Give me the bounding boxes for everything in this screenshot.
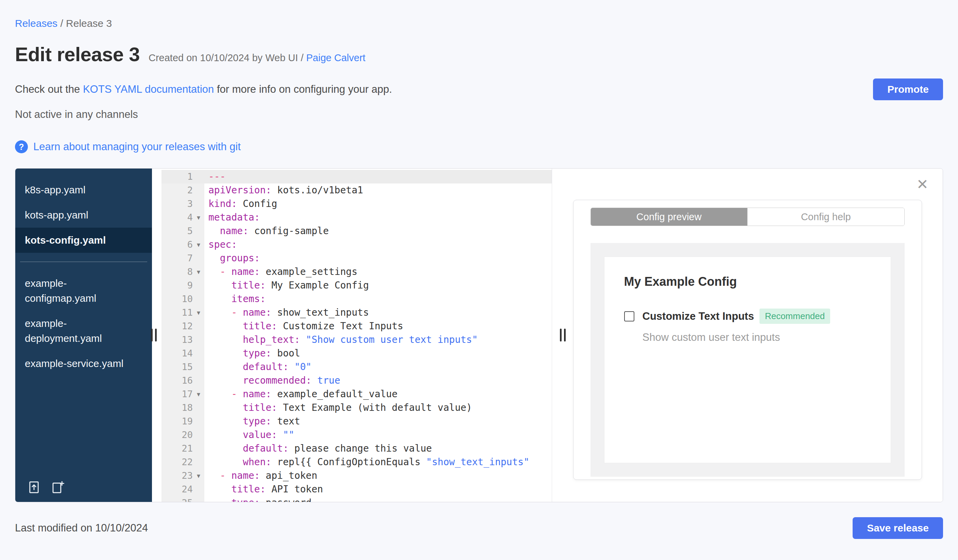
line-gutter: 21 [162, 442, 204, 456]
sidebar-item-example-deployment-yaml[interactable]: example-deployment.yaml [15, 311, 152, 351]
line-number: 17 [162, 388, 193, 401]
fold-icon[interactable]: ▾ [193, 238, 204, 252]
fold-spacer [193, 346, 204, 360]
code-text[interactable]: default: "0" [204, 360, 552, 374]
code-line: 23▾ - name: api_token [162, 469, 552, 482]
line-gutter: 6▾ [162, 238, 204, 252]
code-text[interactable]: type: bool [204, 346, 552, 360]
preview-resize-handle[interactable] [560, 329, 566, 342]
line-gutter: 2 [162, 184, 204, 197]
fold-spacer [193, 374, 204, 388]
code-text[interactable]: spec: [204, 238, 552, 252]
preview-tabs: Config preview Config help [590, 207, 905, 226]
code-line: 4▾metadata: [162, 211, 552, 224]
tab-config-preview[interactable]: Config preview [591, 208, 747, 226]
sidebar-item-example-service-yaml[interactable]: example-service.yaml [15, 351, 152, 376]
line-gutter: 4▾ [162, 211, 204, 224]
code-text[interactable]: - name: api_token [204, 469, 552, 482]
release-editor: k8s-app.yamlkots-app.yamlkots-config.yam… [15, 168, 943, 502]
code-text[interactable]: help_text: "Show custom user text inputs… [204, 333, 552, 346]
code-text[interactable]: --- [204, 170, 552, 184]
tab-config-help[interactable]: Config help [747, 208, 904, 226]
sidebar-item-k8s-app-yaml[interactable]: k8s-app.yaml [15, 177, 152, 202]
code-text[interactable]: metadata: [204, 211, 552, 224]
line-number: 14 [162, 346, 193, 360]
line-gutter: 9 [162, 278, 204, 292]
new-file-icon[interactable] [51, 480, 65, 494]
code-text[interactable]: items: [204, 292, 552, 306]
fold-icon[interactable]: ▾ [193, 306, 204, 320]
line-gutter: 13 [162, 333, 204, 346]
code-text[interactable]: value: "" [204, 428, 552, 442]
code-line: 17▾ - name: example_default_value [162, 388, 552, 401]
channel-status: Not active in any channels [15, 108, 943, 121]
code-text[interactable]: type: password [204, 496, 552, 502]
breadcrumb-current: Release 3 [66, 18, 112, 29]
code-line: 6▾spec: [162, 238, 552, 252]
fold-spacer [193, 414, 204, 428]
fold-icon[interactable]: ▾ [193, 211, 204, 224]
sidebar-resize-handle[interactable] [151, 329, 157, 342]
config-card: My Example Config Customize Text Inputs … [604, 256, 891, 463]
fold-spacer [193, 428, 204, 442]
code-text[interactable]: title: Customize Text Inputs [204, 320, 552, 333]
code-text[interactable]: title: My Example Config [204, 278, 552, 292]
promote-button[interactable]: Promote [873, 79, 943, 100]
sidebar-item-kots-config-yaml[interactable]: kots-config.yaml [15, 228, 152, 253]
line-number: 15 [162, 360, 193, 374]
page-title: Edit release 3 [15, 43, 140, 66]
breadcrumb-releases-link[interactable]: Releases [15, 18, 57, 29]
fold-icon[interactable]: ▾ [193, 388, 204, 401]
close-icon[interactable]: ✕ [917, 177, 928, 191]
fold-spacer [193, 320, 204, 333]
code-line: 11▾ - name: show_text_inputs [162, 306, 552, 320]
doc-text: Check out the KOTS YAML documentation fo… [15, 83, 392, 95]
code-text[interactable]: default: please change this value [204, 442, 552, 456]
created-author-link[interactable]: Paige Calvert [306, 52, 365, 63]
code-text[interactable]: - name: show_text_inputs [204, 306, 552, 320]
code-text[interactable]: kind: Config [204, 197, 552, 211]
code-line: 25 type: password [162, 496, 552, 502]
code-text[interactable]: when: repl{{ ConfigOptionEquals "show_te… [204, 456, 552, 469]
line-gutter: 14 [162, 346, 204, 360]
code-text[interactable]: title: Text Example (with default value) [204, 401, 552, 414]
fold-spacer [193, 252, 204, 265]
fold-icon[interactable]: ▾ [193, 265, 204, 278]
code-text[interactable]: recommended: true [204, 374, 552, 388]
import-file-icon[interactable] [27, 480, 41, 494]
code-line: 2apiVersion: kots.io/v1beta1 [162, 184, 552, 197]
fold-spacer [193, 197, 204, 211]
code-line: 7 groups: [162, 252, 552, 265]
customize-text-inputs-checkbox[interactable] [624, 311, 634, 321]
fold-spacer [193, 360, 204, 374]
code-text[interactable]: title: API token [204, 482, 552, 496]
fold-icon[interactable]: ▾ [193, 469, 204, 482]
save-release-button[interactable]: Save release [853, 517, 943, 539]
code-text[interactable]: - name: example_settings [204, 265, 552, 278]
code-editor[interactable]: 1---2apiVersion: kots.io/v1beta13kind: C… [152, 169, 552, 502]
sidebar-item-kots-app-yaml[interactable]: kots-app.yaml [15, 202, 152, 228]
line-gutter: 17▾ [162, 388, 204, 401]
code-line: 3kind: Config [162, 197, 552, 211]
code-line: 18 title: Text Example (with default val… [162, 401, 552, 414]
code-text[interactable]: - name: example_default_value [204, 388, 552, 401]
git-releases-link[interactable]: Learn about managing your releases with … [33, 141, 241, 153]
code-line: 14 type: bool [162, 346, 552, 360]
fold-spacer [193, 292, 204, 306]
sidebar-item-example-configmap-yaml[interactable]: example-configmap.yaml [15, 271, 152, 311]
breadcrumb-separator: / [57, 18, 66, 29]
code-text[interactable]: apiVersion: kots.io/v1beta1 [204, 184, 552, 197]
line-gutter: 5 [162, 224, 204, 238]
config-preview-panel: ✕ Config preview Config help My Example … [552, 169, 943, 502]
code-text[interactable]: type: text [204, 414, 552, 428]
line-number: 6 [162, 238, 193, 252]
fold-spacer [193, 184, 204, 197]
code-line: 5 name: config-sample [162, 224, 552, 238]
kots-yaml-doc-link[interactable]: KOTS YAML documentation [83, 83, 214, 95]
line-number: 24 [162, 482, 193, 496]
line-gutter: 24 [162, 482, 204, 496]
doc-row: Check out the KOTS YAML documentation fo… [15, 79, 943, 100]
code-text[interactable]: name: config-sample [204, 224, 552, 238]
code-text[interactable]: groups: [204, 252, 552, 265]
code-line: 24 title: API token [162, 482, 552, 496]
